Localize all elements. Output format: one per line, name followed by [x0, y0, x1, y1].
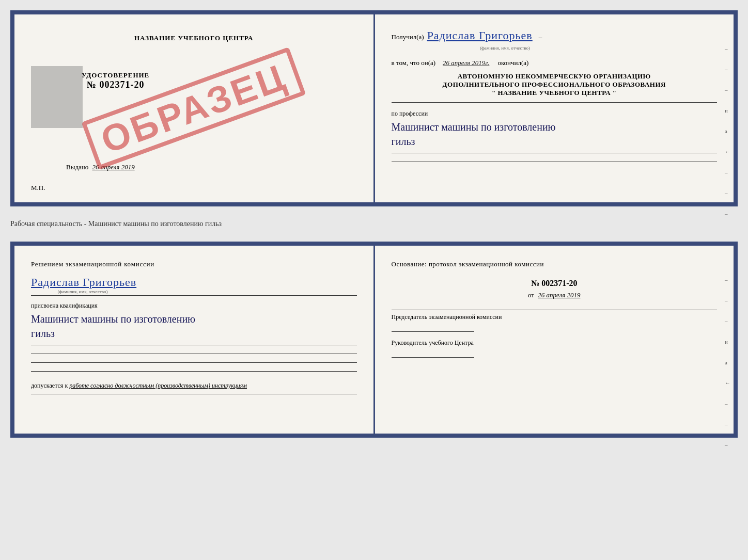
vydano-label: Выдано: [66, 163, 88, 171]
ot-label: от: [528, 291, 534, 299]
org-line1: АВТОНОМНУЮ НЕКОММЕРЧЕСКУЮ ОРГАНИЗАЦИЮ: [392, 72, 718, 81]
vtom-line: в том, что он(а) 26 апреля 2019г. окончи…: [392, 59, 718, 67]
org-block: АВТОНОМНУЮ НЕКОММЕРЧЕСКУЮ ОРГАНИЗАЦИЮ ДО…: [392, 72, 718, 97]
rukovoditel-label: Руководитель учебного Центра: [392, 339, 718, 347]
specialty-label: Рабочая специальность - Машинист машины …: [10, 216, 738, 232]
vtom-label: в том, что он(а): [392, 59, 436, 67]
qual-underline-4: [31, 371, 357, 372]
vtom-date: 26 апреля 2019г.: [443, 59, 489, 67]
qualification-value: Машинист машины по изготовлению гильз: [31, 312, 357, 341]
udostoverenie-number: № 002371-20: [82, 79, 149, 90]
udostoverenie-title: УДОСТОВЕРЕНИЕ: [82, 71, 149, 79]
ot-underline: [392, 310, 718, 310]
top-dash: –: [539, 33, 542, 41]
obrazets-stamp: ОБРАЗЕЦ: [82, 47, 306, 170]
qual-underline-1: [31, 345, 357, 345]
right-side-marks: – – – и а ← – – –: [725, 45, 730, 217]
poluchil-label: Получил(a): [392, 33, 424, 41]
ot-date-value: 26 апреля 2019: [538, 291, 580, 299]
osnovanie-label: Основание: протокол экзаменационной коми…: [392, 260, 718, 268]
profession-value: Машинист машины по изготовлению гильз: [392, 120, 718, 149]
top-document: НАЗВАНИЕ УЧЕБНОГО ЦЕНТРА УДОСТОВЕРЕНИЕ №…: [10, 10, 738, 206]
poluchil-line: Получил(a) Радислав Григорьев –: [392, 29, 718, 42]
fio-label-bottom: (фамилия, имя, отчество): [31, 289, 134, 294]
photo-placeholder: [31, 66, 83, 128]
dopusk-italic: работе согласно должностным (производств…: [69, 382, 247, 389]
dopusk-underline: [31, 394, 357, 394]
rukovoditel-sig-line: [392, 357, 474, 358]
separator-line-3: [392, 162, 718, 162]
predsedatel-sig-line: [392, 331, 474, 332]
separator-line-2: [392, 153, 718, 153]
org-line2: ДОПОЛНИТЕЛЬНОГО ПРОФЕССИОНАЛЬНОГО ОБРАЗО…: [392, 81, 718, 89]
dopuskaetsya-label: допускается к: [31, 382, 68, 389]
prisvoena-label: присвоена квалификация: [31, 302, 357, 310]
bottom-document: Решением экзаменационной комиссии Радисл…: [10, 242, 738, 438]
fio-label-top: (фамилия, имя, отчество): [459, 45, 552, 51]
recipient-name-top: Радислав Григорьев: [427, 29, 533, 42]
page-wrapper: НАЗВАНИЕ УЧЕБНОГО ЦЕНТРА УДОСТОВЕРЕНИЕ №…: [10, 10, 738, 438]
top-doc-right: – – – и а ← – – – Получил(a) Радислав Гр…: [375, 14, 734, 202]
udostoverenie-block: УДОСТОВЕРЕНИЕ № 002371-20: [82, 71, 149, 90]
recipient-name-bottom: Радислав Григорьев: [31, 276, 136, 289]
resheniem-block: Решением экзаменационной комиссии: [31, 260, 357, 268]
profession-block: по профессии Машинист машины по изготовл…: [392, 110, 718, 149]
rukovoditel-block: Руководитель учебного Центра: [392, 339, 718, 358]
qualification-line2: гильз: [31, 328, 55, 339]
qual-underline-3: [31, 362, 357, 363]
bottom-doc-left: Решением экзаменационной комиссии Радисл…: [14, 246, 375, 434]
bottom-right-side-marks: – – – и а ← – – –: [725, 277, 730, 448]
qualification-line1: Машинист машины по изготовлению: [31, 313, 195, 325]
profession-line2: гильз: [392, 136, 415, 147]
separator-line-1: [392, 102, 718, 103]
bottom-doc-right: – – – и а ← – – – Основание: протокол эк…: [375, 246, 734, 434]
qual-underline-2: [31, 354, 357, 354]
predsedatel-label: Председатель экзаменационной комиссии: [392, 313, 718, 321]
name-underline: [31, 295, 357, 296]
po-professii-label: по профессии: [392, 110, 718, 118]
recipient-name-bottom-wrapper: Радислав Григорьев: [31, 276, 357, 289]
top-center-name: НАЗВАНИЕ УЧЕБНОГО ЦЕНТРА: [31, 34, 357, 42]
ot-date-line: от 26 апреля 2019: [392, 291, 718, 299]
profession-line1: Машинист машины по изготовлению: [392, 121, 556, 133]
predsedatel-block: Председатель экзаменационной комиссии: [392, 313, 718, 332]
okonchil-label: окончил(а): [497, 59, 528, 67]
top-doc-left: НАЗВАНИЕ УЧЕБНОГО ЦЕНТРА УДОСТОВЕРЕНИЕ №…: [14, 14, 375, 202]
vydano-line: Выдано 26 апреля 2019: [66, 163, 135, 171]
vydano-date: 26 апреля 2019: [92, 163, 135, 171]
protocol-number: № 002371-20: [392, 279, 718, 288]
dopuskaetsya-line: допускается к работе согласно должностны…: [31, 382, 357, 390]
org-line3: " НАЗВАНИЕ УЧЕБНОГО ЦЕНТРА ": [392, 89, 718, 97]
mp-label: М.П.: [31, 184, 45, 192]
